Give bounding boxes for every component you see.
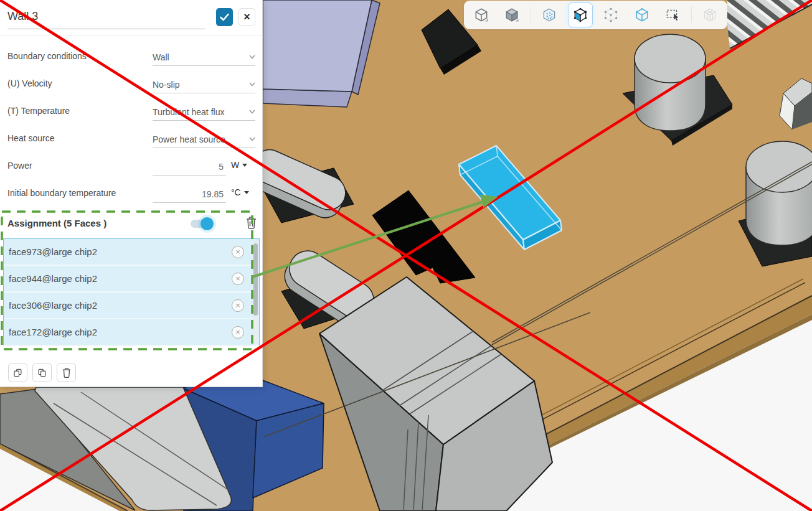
face-list-item[interactable]: face944@large chip2 × xyxy=(4,266,259,293)
name-input[interactable]: Wall 3 xyxy=(7,10,205,29)
trash-icon xyxy=(62,367,72,378)
face-label: face973@large chip2 xyxy=(9,246,97,257)
copy-button[interactable] xyxy=(8,363,27,382)
check-icon xyxy=(220,13,229,21)
face-list-item[interactable]: face973@large chip2 × xyxy=(4,239,259,266)
field-label: (T) Temperature xyxy=(7,106,70,116)
chevron-down-icon xyxy=(249,110,255,114)
panel-footer xyxy=(0,358,263,387)
face-list-item[interactable]: face306@large chip2 × xyxy=(4,293,259,319)
remove-face-icon[interactable]: × xyxy=(232,273,244,285)
input-value: 19.85 xyxy=(202,189,226,199)
temperature-unit-select[interactable]: °C xyxy=(231,187,249,197)
select-value: No-slip xyxy=(153,80,180,90)
boundary-conditions-select[interactable]: Wall xyxy=(153,49,255,66)
caret-down-icon xyxy=(242,164,247,167)
chevron-down-icon xyxy=(249,82,255,87)
initial-temperature-input[interactable]: 19.85 xyxy=(153,185,226,203)
field-label: (U) Velocity xyxy=(7,78,52,88)
field-boundary-conditions: Boundary conditions Wall xyxy=(0,43,263,70)
delete-button[interactable] xyxy=(57,363,76,382)
assignment-toggle[interactable] xyxy=(191,220,211,228)
duplicate-icon xyxy=(37,367,47,378)
field-heat-source: Heat source Power heat source xyxy=(0,125,263,152)
boundary-condition-panel: Wall 3 × Boundary conditions Wall (U) Ve… xyxy=(0,0,263,387)
unit-label: °C xyxy=(231,187,241,197)
header-divider xyxy=(0,35,263,36)
remove-face-icon[interactable]: × xyxy=(232,246,244,258)
toolbar-separator xyxy=(691,7,692,23)
remove-face-icon[interactable]: × xyxy=(232,326,244,339)
confirm-button[interactable] xyxy=(216,8,233,26)
field-initial-temperature: Initial boundary temperature 19.85 °C xyxy=(0,180,263,207)
toggle-knob xyxy=(201,217,214,230)
select-face-icon[interactable] xyxy=(568,2,593,27)
field-label: Heat source xyxy=(7,133,54,143)
select-volume-icon[interactable] xyxy=(537,2,562,27)
input-value: 5 xyxy=(219,162,226,172)
power-input[interactable]: 5 xyxy=(153,158,226,176)
select-value: Power heat source xyxy=(153,134,225,144)
remove-face-icon[interactable]: × xyxy=(232,299,244,312)
select-value: Wall xyxy=(153,52,169,62)
face-list-item[interactable]: face172@large chip2 × xyxy=(4,319,259,346)
face-label: face172@large chip2 xyxy=(9,327,97,337)
toolbar-separator xyxy=(531,7,531,23)
select-edge-icon[interactable] xyxy=(630,2,654,27)
cancel-button[interactable]: × xyxy=(238,8,255,26)
heat-source-select[interactable]: Power heat source xyxy=(153,131,255,148)
view-toolbar xyxy=(464,1,727,29)
view-wireframe-icon[interactable] xyxy=(469,2,494,27)
copy-icon xyxy=(12,367,23,378)
caret-down-icon xyxy=(244,191,249,194)
chevron-down-icon xyxy=(249,137,255,141)
duplicate-button[interactable] xyxy=(32,363,52,382)
view-solid-icon[interactable] xyxy=(499,2,524,27)
face-label: face944@large chip2 xyxy=(9,273,97,284)
unit-label: W xyxy=(231,160,239,170)
assignment-delete-button[interactable] xyxy=(243,215,258,232)
face-label: face306@large chip2 xyxy=(9,300,97,311)
trash-icon xyxy=(245,216,257,230)
field-label: Initial boundary temperature xyxy=(7,188,116,198)
close-icon: × xyxy=(243,11,250,24)
temperature-select[interactable]: Turbulent heat flux xyxy=(153,103,255,121)
face-list-scrollbar[interactable] xyxy=(253,241,258,342)
box-select-icon[interactable] xyxy=(660,2,685,27)
scrollbar-thumb[interactable] xyxy=(253,243,258,316)
chevron-down-icon xyxy=(249,55,255,59)
application-window: { "panel": { "title": "Wall 3", "header"… xyxy=(0,0,812,511)
power-unit-select[interactable]: W xyxy=(231,160,247,170)
assignment-face-list: face973@large chip2 × face944@large chip… xyxy=(3,238,260,345)
assignment-header: Assignment (5 Faces ) xyxy=(0,214,263,233)
select-value: Turbulent heat flux xyxy=(153,107,224,117)
field-temperature: (T) Temperature Turbulent heat flux xyxy=(0,98,263,125)
field-label: Boundary conditions xyxy=(7,51,87,61)
select-vertex-icon[interactable] xyxy=(598,2,623,27)
field-power: Power 5 W xyxy=(0,152,263,180)
select-assembly-icon[interactable] xyxy=(697,2,722,27)
velocity-select[interactable]: No-slip xyxy=(153,76,255,93)
field-label: Power xyxy=(7,161,32,171)
field-velocity: (U) Velocity No-slip xyxy=(0,70,263,98)
assignment-title: Assignment (5 Faces ) xyxy=(7,218,106,228)
